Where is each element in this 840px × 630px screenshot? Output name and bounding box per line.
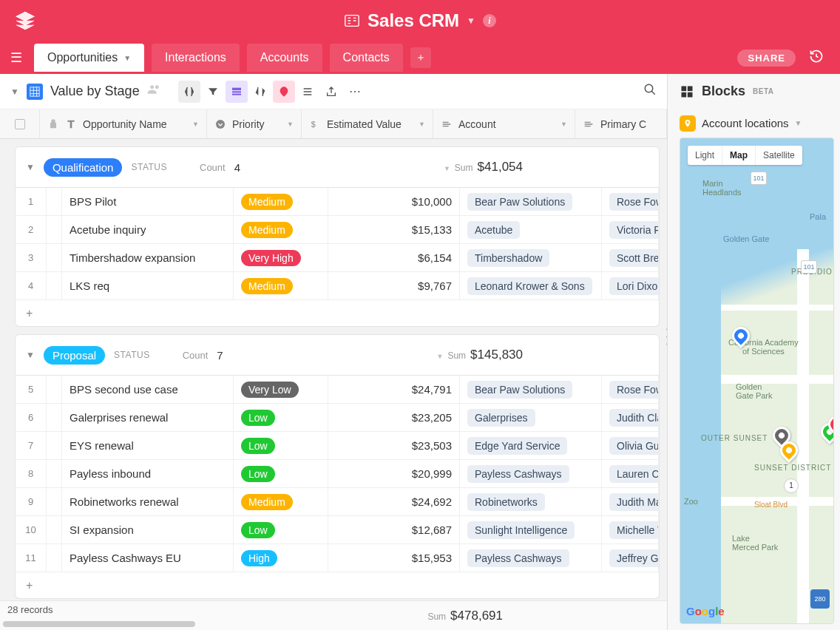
group-header[interactable]: ▼ Qualification STATUS Count 4 ▼Sum$41,0… [15,146,660,188]
cell-account[interactable]: Timbershadow [460,244,602,271]
cell-priority[interactable]: Low [234,432,328,459]
block-dropdown[interactable]: ▼ [795,119,802,127]
search-icon[interactable] [643,83,657,100]
api-tool[interactable] [178,81,200,103]
cell-priority[interactable]: Medium [234,216,328,243]
cell-account[interactable]: Edge Yard Service [460,432,602,459]
cell-account[interactable]: Robinetworks [460,488,602,515]
cell-contact[interactable]: Rose Fowler [602,376,659,403]
cell-account[interactable]: Bear Paw Solutions [460,376,602,403]
history-icon[interactable] [809,49,824,67]
cell-contact[interactable]: Michelle Tor [602,516,659,543]
cell-priority[interactable]: Low [234,460,328,487]
table-row[interactable]: 3 Timbershadow expansion Very High $6,15… [15,244,660,272]
cell-value[interactable]: $24,791 [328,376,460,403]
group-header[interactable]: ▼ Proposal STATUS Count 7 ▼Sum$145,830 [15,334,660,376]
add-row-button[interactable]: + [15,300,660,327]
cell-name[interactable]: SI expansion [62,516,234,543]
cell-contact[interactable]: Judith Clark [602,404,659,431]
cell-contact[interactable]: Jeffrey Gran [602,544,659,572]
table-row[interactable]: 10 SI expansion Low $12,687 Sunlight Int… [15,516,660,544]
cell-value[interactable]: $10,000 [328,188,460,215]
collaborators-icon[interactable] [147,82,162,101]
cell-account[interactable]: Leonard Krower & Sons [460,272,602,299]
cell-value[interactable]: $23,205 [328,404,460,431]
table-row[interactable]: 9 Robinetworks renewal Medium $24,692 Ro… [15,488,660,516]
cell-contact[interactable]: Judith May - [602,488,659,515]
cell-name[interactable]: Payless Cashways EU [62,544,234,572]
table-row[interactable]: 1 BPS Pilot Medium $10,000 Bear Paw Solu… [15,188,660,216]
cell-contact[interactable]: Scott Brewe [602,244,659,271]
cell-priority[interactable]: High [234,544,328,572]
cell-name[interactable]: Robinetworks renewal [62,488,234,515]
more-tool[interactable]: ⋯ [344,81,366,103]
cell-name[interactable]: LKS req [62,272,234,299]
views-dropdown[interactable]: ▼ [10,87,19,97]
cell-value[interactable]: $24,692 [328,488,460,515]
table-row[interactable]: 8 Payless inbound Low $20,999 Payless Ca… [15,460,660,488]
cell-account[interactable]: Sunlight Intelligence [460,516,602,543]
color-tool[interactable] [273,81,295,103]
view-name[interactable]: Value by Stage [50,84,140,99]
cell-name[interactable]: Timbershadow expansion [62,244,234,271]
cell-priority[interactable]: Medium [234,272,328,299]
col-opportunity-name[interactable]: Opportunity Name▼ [40,109,207,138]
share-button[interactable]: SHARE [737,50,796,67]
cell-account[interactable]: Galerprises [460,404,602,431]
horizontal-scrollbar[interactable] [3,621,195,627]
cell-value[interactable]: $6,154 [328,244,460,271]
cell-priority[interactable]: Low [234,516,328,543]
add-row-button[interactable]: + [15,572,660,599]
cell-name[interactable]: Payless inbound [62,460,234,487]
cell-value[interactable]: $15,133 [328,216,460,243]
cell-contact[interactable]: Lauren Chav [602,460,659,487]
cell-name[interactable]: EYS renewal [62,432,234,459]
table-row[interactable]: 5 BPS second use case Very Low $24,791 B… [15,376,660,404]
tab-accounts[interactable]: Accounts [247,44,322,72]
cell-name[interactable]: BPS Pilot [62,188,234,215]
app-title-dropdown[interactable]: ▼ [467,16,475,26]
cell-priority[interactable]: Medium [234,188,328,215]
cell-account[interactable]: Acetube [460,216,602,243]
rowheight-tool[interactable] [297,81,319,103]
cell-value[interactable]: $9,767 [328,272,460,299]
col-account[interactable]: Account▼ [433,109,575,138]
app-logo[interactable] [15,10,35,34]
map-canvas[interactable]: LightMapSatellite Marin Headlands Golden… [680,138,834,624]
table-row[interactable]: 2 Acetube inquiry Medium $15,133 Acetube… [15,216,660,244]
app-title[interactable]: Sales CRM [368,10,459,31]
info-icon[interactable]: i [483,14,496,27]
cell-priority[interactable]: Very High [234,244,328,271]
cell-contact[interactable]: Olivia Guzma [602,432,659,459]
cell-account[interactable]: Payless Cashways [460,460,602,487]
cell-priority[interactable]: Medium [234,488,328,515]
map-type-selector[interactable]: LightMapSatellite [688,146,802,165]
col-primary-contact[interactable]: Primary C [575,109,667,138]
cell-priority[interactable]: Very Low [234,376,328,403]
table-row[interactable]: 7 EYS renewal Low $23,503 Edge Yard Serv… [15,432,660,460]
cell-contact[interactable]: Lori Dixon - [602,272,659,299]
col-estimated-value[interactable]: $ Estimated Value▼ [302,109,433,138]
cell-value[interactable]: $23,503 [328,432,460,459]
collapse-icon[interactable]: ▼ [26,162,35,172]
cell-value[interactable]: $12,687 [328,516,460,543]
cell-contact[interactable]: Rose Fowler [602,188,659,215]
cell-contact[interactable]: Victoria Port [602,216,659,243]
cell-name[interactable]: Acetube inquiry [62,216,234,243]
select-all-checkbox[interactable] [15,119,25,129]
group-tool[interactable] [226,81,248,103]
block-name[interactable]: Account locations [702,117,789,129]
cell-priority[interactable]: Low [234,404,328,431]
tab-opportunities[interactable]: Opportunities▼ [34,44,144,72]
panel-resize-handle[interactable] [664,325,667,348]
col-priority[interactable]: Priority▼ [207,109,302,138]
hamburger-icon[interactable]: ☰ [10,50,22,66]
filter-tool[interactable] [202,81,224,103]
cell-value[interactable]: $15,953 [328,544,460,572]
cell-name[interactable]: BPS second use case [62,376,234,403]
tab-contacts[interactable]: Contacts [330,44,403,72]
share-view-tool[interactable] [320,81,342,103]
table-body[interactable]: ▼ Qualification STATUS Count 4 ▼Sum$41,0… [0,139,667,630]
table-row[interactable]: 11 Payless Cashways EU High $15,953 Payl… [15,544,660,572]
sort-tool[interactable] [249,81,271,103]
